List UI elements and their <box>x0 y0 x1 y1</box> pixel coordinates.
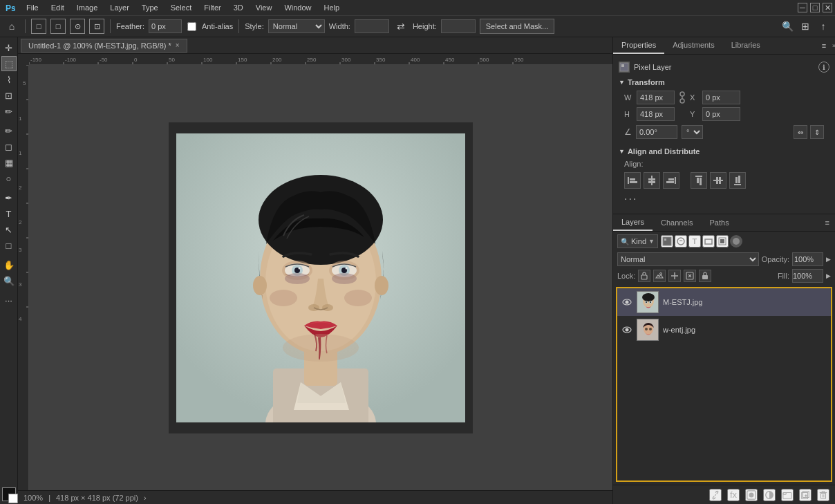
width-field[interactable] <box>637 91 675 104</box>
background-color[interactable] <box>8 494 18 503</box>
close-btn[interactable]: ✕ <box>823 3 832 12</box>
home-btn[interactable]: ⌂ <box>4 19 19 34</box>
shape-tool[interactable]: □ <box>1 238 17 253</box>
anti-alias-checkbox[interactable] <box>187 22 196 31</box>
menu-edit[interactable]: Edit <box>46 2 70 13</box>
hand-tool[interactable]: ✋ <box>1 257 17 272</box>
filter-adjust-btn[interactable] <box>675 235 687 248</box>
lock-position-btn[interactable] <box>668 270 681 282</box>
marquee-options1[interactable]: □ <box>50 19 66 34</box>
menu-filter[interactable]: Filter <box>198 2 226 13</box>
align-hcenter-btn[interactable] <box>644 172 660 189</box>
filter-smartobj-btn[interactable] <box>716 235 729 248</box>
angle-select[interactable]: ° <box>682 125 703 139</box>
y-field[interactable] <box>702 107 740 121</box>
marquee-options3[interactable]: ⊡ <box>89 19 104 34</box>
brush-tool[interactable]: ✏ <box>1 123 17 138</box>
lock-transparent-btn[interactable] <box>638 270 650 282</box>
filter-toggle[interactable] <box>730 235 742 248</box>
pen-tool[interactable]: ✒ <box>1 190 17 205</box>
swap-wh-btn[interactable]: ⇄ <box>393 19 409 34</box>
foreground-color[interactable] <box>2 487 16 501</box>
marquee-options2[interactable]: ⊙ <box>70 19 85 34</box>
feather-input[interactable] <box>149 19 182 33</box>
fill-dropdown[interactable]: ▶ <box>826 272 831 279</box>
height-input[interactable] <box>441 19 476 33</box>
marquee-tool[interactable]: ⬚ <box>1 56 17 71</box>
menu-layer[interactable]: Layer <box>104 2 135 13</box>
width-input[interactable] <box>355 19 389 33</box>
eyedropper-tool[interactable]: ✏ <box>1 104 17 119</box>
lock-image-btn[interactable] <box>653 270 666 282</box>
blend-mode-select[interactable]: Normal Multiply Screen Overlay <box>617 252 759 266</box>
eraser-tool[interactable]: ◻ <box>1 139 17 154</box>
lock-all-btn[interactable] <box>699 270 711 282</box>
select-mask-btn[interactable]: Select and Mask... <box>480 19 555 34</box>
more-options-btn[interactable]: ··· <box>624 193 637 205</box>
type-tool[interactable]: T <box>1 206 17 221</box>
lasso-tool[interactable]: ⌇ <box>1 72 17 87</box>
menu-help[interactable]: Help <box>319 2 346 13</box>
tab-close[interactable]: × <box>176 41 180 49</box>
menu-view[interactable]: View <box>250 2 278 13</box>
transform-section-header[interactable]: ▼ Transform <box>619 75 829 89</box>
new-fill-btn[interactable] <box>763 489 776 501</box>
new-layer-btn[interactable] <box>799 489 811 501</box>
align-top-btn[interactable] <box>691 172 707 189</box>
share-btn[interactable]: ↑ <box>816 19 831 34</box>
tab-channels[interactable]: Channels <box>653 215 701 230</box>
angle-field[interactable] <box>636 125 677 139</box>
marquee-rect-tool[interactable]: □ <box>31 19 46 34</box>
link-layers-btn[interactable] <box>709 489 722 501</box>
tab-layers[interactable]: Layers <box>613 214 653 231</box>
menu-image[interactable]: Image <box>71 2 104 13</box>
menu-type[interactable]: Type <box>136 2 164 13</box>
align-bottom-btn[interactable] <box>729 172 746 189</box>
lock-artboard-btn[interactable] <box>684 270 696 282</box>
path-select-tool[interactable]: ↖ <box>1 222 17 237</box>
view-btn[interactable]: ⊞ <box>798 19 813 34</box>
new-group-btn[interactable] <box>781 489 794 501</box>
minimize-btn[interactable]: ─ <box>798 3 807 12</box>
delete-layer-btn[interactable] <box>817 489 829 501</box>
add-mask-btn[interactable] <box>745 489 758 501</box>
crop-tool[interactable]: ⊡ <box>1 88 17 103</box>
info-icon[interactable]: ℹ <box>818 62 829 73</box>
tab-libraries[interactable]: Libraries <box>723 37 769 54</box>
canvas-tab[interactable]: Untitled-1 @ 100% (M-ESTJ.jpg, RGB/8) * … <box>21 39 187 53</box>
maximize-btn[interactable]: □ <box>810 3 820 12</box>
filter-pixel-btn[interactable] <box>661 235 673 248</box>
tab-adjustments[interactable]: Adjustments <box>664 37 723 54</box>
add-fx-btn[interactable]: fx <box>727 489 740 501</box>
align-right-btn[interactable] <box>663 172 679 189</box>
align-section-header[interactable]: ▼ Align and Distribute <box>619 144 829 158</box>
dodge-tool[interactable]: ○ <box>1 171 17 186</box>
filter-text-btn[interactable]: T <box>688 235 701 248</box>
opacity-dropdown[interactable]: ▶ <box>826 256 831 263</box>
tab-properties[interactable]: Properties <box>613 37 664 54</box>
flip-v-btn[interactable]: ⇕ <box>810 125 824 139</box>
zoom-tool[interactable]: 🔍 <box>1 273 17 288</box>
properties-menu-icon[interactable]: ≡ <box>818 40 829 51</box>
right-collapse-btn[interactable]: » <box>829 42 835 49</box>
layer-visibility-wentj[interactable] <box>621 324 632 335</box>
tab-paths[interactable]: Paths <box>702 215 738 230</box>
canvas-content[interactable] <box>29 65 612 490</box>
search-btn[interactable]: 🔍 <box>780 19 795 34</box>
opacity-input[interactable] <box>792 252 823 266</box>
x-field[interactable] <box>702 91 740 104</box>
more-tools-btn[interactable]: ··· <box>1 292 17 308</box>
menu-3d[interactable]: 3D <box>228 2 249 13</box>
status-arrow[interactable]: › <box>144 494 147 502</box>
align-vcenter-btn[interactable] <box>710 172 726 189</box>
layers-menu-icon[interactable]: ≡ <box>820 218 835 227</box>
fill-input[interactable] <box>792 269 823 283</box>
layer-row-mestj[interactable]: M-ESTJ.jpg <box>617 288 831 316</box>
menu-select[interactable]: Select <box>165 2 198 13</box>
gradient-tool[interactable]: ▦ <box>1 155 17 170</box>
layer-row-wentj[interactable]: w-entj.jpg <box>617 316 831 344</box>
filter-kind-select[interactable]: Kind <box>631 237 646 245</box>
menu-window[interactable]: Window <box>279 2 317 13</box>
layers-search-box[interactable]: 🔍 Kind ▼ <box>617 234 658 248</box>
move-tool[interactable]: ✛ <box>1 40 17 55</box>
